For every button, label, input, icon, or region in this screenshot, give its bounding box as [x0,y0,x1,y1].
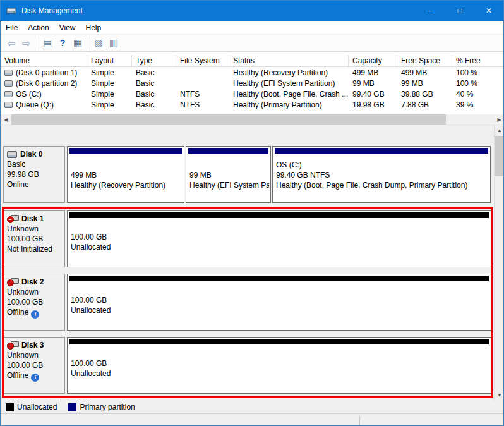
partition-size: 499 MB [71,170,183,180]
menu-file[interactable]: File [1,21,23,35]
vertical-scrollbar-thumb[interactable] [495,136,504,176]
partition-status: Unallocated [71,242,489,252]
column-header-file-system[interactable]: File System [176,55,229,67]
volume-type: Basic [132,90,176,99]
unallocated-strip [69,339,489,344]
toolbar-separator [88,37,88,49]
column-header-layout[interactable]: Layout [87,55,132,67]
forward-icon[interactable]: ⇨ [19,36,34,50]
volume-row[interactable]: (Disk 0 partition 1) Simple Basic Health… [1,67,504,78]
disk-size: 100.00 GB [7,297,61,307]
toolbar: ⇦ ⇨ ▤ ? ▦ ▧ ▥ [1,35,503,52]
disk-name: Disk 0 [20,149,42,159]
action-pane-icon[interactable]: ▧ [91,36,106,50]
scroll-down-icon[interactable]: ▼ [495,390,504,401]
column-header-type[interactable]: Type [132,55,176,67]
disk0-label-box[interactable]: Disk 0 Basic 99.98 GB Online [3,146,65,203]
partition-os-c[interactable]: OS (C:) 99.40 GB NTFS Healthy (Boot, Pag… [272,146,491,203]
disk2-label-box[interactable]: − Disk 2 Unknown 100.00 GB Offlinei [3,274,65,331]
scroll-right-icon[interactable]: ▶ [494,114,504,125]
vertical-scrollbar[interactable]: ▲ ▼ [494,125,504,401]
window-title: Disk Management [21,6,83,15]
volume-row[interactable]: OS (C:) Simple Basic NTFS Healthy (Boot,… [1,88,504,99]
volume-name: Queue (Q:) [16,100,54,109]
properties-icon[interactable]: ▦ [70,36,85,50]
unallocated-region[interactable]: 100.00 GB Unallocated [67,337,491,394]
volume-free-space: 99 MB [397,79,452,88]
volume-row[interactable]: (Disk 0 partition 2) Simple Basic Health… [1,78,504,88]
minimize-button[interactable]: ─ [416,1,445,20]
volume-type: Basic [132,100,176,109]
column-header-pct-free[interactable]: % Free [452,55,504,67]
menu-view[interactable]: View [54,21,81,35]
disk-error-icon: − [7,215,19,223]
volume-layout: Simple [87,68,132,77]
back-icon[interactable]: ⇦ [4,36,19,50]
scroll-up-icon[interactable]: ▲ [495,125,504,136]
disk-size: 99.98 GB [7,169,61,180]
disk-icon [7,151,17,158]
scroll-left-icon[interactable]: ◀ [1,114,11,125]
horizontal-scrollbar-thumb[interactable] [11,114,446,125]
partition-status: Unallocated [71,305,489,315]
disk3-partitions: 100.00 GB Unallocated [67,337,491,394]
unallocated-swatch [6,403,14,411]
menu-action[interactable]: Action [23,21,54,35]
app-icon [6,6,16,16]
disk3-label-box[interactable]: − Disk 3 Unknown 100.00 GB Offlinei [3,337,65,394]
disk-row-disk3: − Disk 3 Unknown 100.00 GB Offlinei 100.… [3,337,491,394]
disk-size: 100.00 GB [7,234,61,244]
list-header: Volume Layout Type File System Status Ca… [1,55,504,67]
unallocated-strip [69,212,489,218]
column-header-status[interactable]: Status [229,55,349,67]
volume-free-space: 499 MB [397,68,452,77]
partition-efi[interactable]: 99 MB Healthy (EFI System Pa [186,146,271,203]
horizontal-scrollbar[interactable]: ◀ ▶ [1,114,504,125]
partition-recovery[interactable]: 499 MB Healthy (Recovery Partition) [67,146,184,203]
offline-info-icon[interactable]: i [31,310,39,319]
volumes-list: Volume Layout Type File System Status Ca… [1,52,504,114]
volume-capacity: 499 MB [349,68,397,77]
partition-size: 99 MB [189,170,269,180]
help-icon[interactable]: ? [55,36,70,50]
volume-status: Healthy (EFI System Partition) [229,79,349,88]
volume-name: OS (C:) [16,90,42,99]
unallocated-region[interactable]: 100.00 GB Unallocated [67,274,491,331]
disk-kind: Basic [7,159,61,169]
volume-row[interactable]: Queue (Q:) Simple Basic NTFS Healthy (Pr… [1,99,504,110]
partition-title: OS (C:) [276,160,489,170]
volume-type: Basic [132,79,176,88]
column-header-volume[interactable]: Volume [1,55,87,67]
partition-size: 100.00 GB [71,295,489,305]
disk-management-window: Disk Management ─ □ ✕ File Action View H… [0,0,504,426]
partition-status: Healthy (EFI System Pa [189,180,269,190]
volume-layout: Simple [87,90,132,99]
disk-kind: Unknown [7,287,61,297]
legend-label: Primary partition [80,403,135,411]
volume-pct-free: 100 % [452,79,504,88]
drive-icon [4,91,13,97]
disk-row-disk0: Disk 0 Basic 99.98 GB Online 499 MB Heal… [3,146,491,203]
legend-item-unallocated: Unallocated [6,403,57,411]
primary-partition-swatch [68,403,76,411]
disk-status: Offlinei [7,307,61,319]
volume-layout: Simple [87,79,132,88]
partition-size: 100.00 GB [71,358,489,368]
disk1-partitions: 100.00 GB Unallocated [67,210,491,267]
offline-info-icon[interactable]: i [31,374,39,382]
column-header-free-space[interactable]: Free Space [397,55,452,67]
disk-status: Online [7,180,61,190]
unallocated-strip [69,276,489,281]
column-header-capacity[interactable]: Capacity [349,55,397,67]
partition-status: Healthy (Boot, Page File, Crash Dump, Pr… [276,180,489,190]
volume-type: Basic [132,68,176,77]
views-icon[interactable]: ▥ [106,36,121,50]
menu-help[interactable]: Help [81,21,107,35]
volume-status: Healthy (Recovery Partition) [229,68,349,77]
maximize-button[interactable]: □ [445,1,474,20]
show-console-tree-icon[interactable]: ▤ [40,36,55,50]
close-button[interactable]: ✕ [474,1,503,20]
unallocated-region[interactable]: 100.00 GB Unallocated [67,210,491,267]
partition-status: Healthy (Recovery Partition) [71,180,183,190]
disk1-label-box[interactable]: − Disk 1 Unknown 100.00 GB Not Initializ… [3,210,65,267]
